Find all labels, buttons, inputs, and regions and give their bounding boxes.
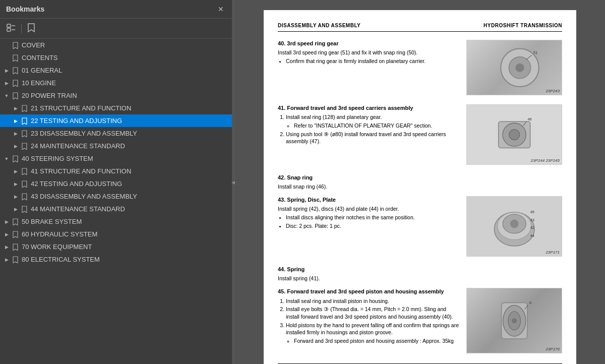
bookmarks-panel-title: Bookmarks bbox=[6, 5, 44, 13]
bookmark-ribbon-23-disassembly bbox=[20, 130, 28, 137]
section-44-title: 44. Spring bbox=[278, 266, 562, 273]
bookmark-item-21-structure[interactable]: ▶ 21 STRUCTURE AND FUNCTION bbox=[0, 102, 232, 114]
section-44-text: 44. Spring Install spring (41). bbox=[278, 266, 562, 284]
bookmark-label-70-work-equipment: 70 WORK EQUIPMENT bbox=[22, 243, 92, 251]
svg-text:46: 46 bbox=[527, 117, 531, 122]
section-40-text: 40. 3rd speed ring gear Install 3rd spee… bbox=[278, 40, 460, 95]
bookmark-item-42-testing[interactable]: ▶ 42 TESTING AND ADJUSTING bbox=[0, 177, 232, 190]
section-42-title: 42. Snap ring bbox=[278, 174, 562, 181]
bookmarks-header: Bookmarks ✕ bbox=[0, 0, 232, 19]
bookmark-ribbon-41-structure bbox=[20, 168, 28, 175]
toggle-icon-70-work-equipment: ▶ bbox=[2, 245, 11, 250]
bookmark-item-contents[interactable]: CONTENTS bbox=[0, 51, 232, 64]
bookmark-item-44-maintenance[interactable]: ▶ 44 MAINTENANCE STANDARD bbox=[0, 203, 232, 215]
doc-section-41: 41. Forward travel and 3rd speed carrier… bbox=[278, 104, 562, 165]
img-label-43: 23P171 bbox=[546, 250, 560, 255]
doc-section-44: 44. Spring Install spring (41). bbox=[278, 266, 562, 284]
close-icon: ✕ bbox=[218, 5, 224, 13]
section-44-body: Install spring (41). bbox=[278, 275, 562, 282]
toggle-icon-42-testing: ▶ bbox=[11, 181, 20, 187]
bookmark-item-43-disassembly[interactable]: ▶ 43 DISASSEMBLY AND ASSEMBLY bbox=[0, 190, 232, 203]
header-left-text: DISASSEMBLY AND ASSEMBLY bbox=[278, 22, 360, 29]
section-43-text: 43. Spring, Disc, Plate Install spring (… bbox=[278, 196, 460, 257]
bookmark-ribbon-24-maintenance bbox=[20, 143, 28, 150]
svg-text:45: 45 bbox=[530, 210, 534, 214]
bookmark-item-01-general[interactable]: ▶ 01 GENERAL bbox=[0, 64, 232, 77]
bookmark-ribbon-50-brake bbox=[11, 218, 19, 225]
toggle-icon-22-testing: ▶ bbox=[11, 118, 20, 124]
toggle-icon-24-maintenance: ▶ bbox=[11, 144, 20, 149]
toggle-icon-40-steering: ▼ bbox=[2, 156, 11, 161]
section-43-title: 43. Spring, Disc, Plate bbox=[278, 196, 460, 204]
bookmark-ribbon-42-testing bbox=[20, 180, 28, 188]
section-45-image: ① 23P170 bbox=[466, 288, 562, 353]
bookmark-label-43-disassembly: 43 DISASSEMBLY AND ASSEMBLY bbox=[31, 193, 137, 200]
page-content: DISASSEMBLY AND ASSEMBLY HYDROSHIFT TRAN… bbox=[264, 10, 576, 364]
bookmarks-toolbar bbox=[0, 19, 232, 39]
section-41-body: Install seal ring (128) and planetary ge… bbox=[278, 113, 460, 145]
svg-text:42: 42 bbox=[530, 225, 534, 230]
toggle-icon-43-disassembly: ▶ bbox=[11, 194, 20, 199]
bookmark-item-70-work-equipment[interactable]: ▶ 70 WORK EQUIPMENT bbox=[0, 240, 232, 253]
section-43-body: Install spring (42), discs (43) and plat… bbox=[278, 205, 460, 229]
bookmark-item-20-power-train[interactable]: ▼ 20 POWER TRAIN bbox=[0, 89, 232, 102]
toggle-icon-10-engine: ▶ bbox=[2, 81, 11, 86]
toggle-icon-60-hydraulic: ▶ bbox=[2, 232, 11, 237]
bookmark-item-cover[interactable]: COVER bbox=[0, 39, 232, 51]
svg-point-11 bbox=[509, 130, 520, 140]
bookmark-ribbon-40-steering bbox=[11, 155, 19, 162]
bookmark-item-40-steering[interactable]: ▼ 40 STEERING SYSTEM bbox=[0, 152, 232, 165]
bookmark-ribbon-20-power-train bbox=[11, 92, 19, 99]
toggle-icon-23-disassembly: ▶ bbox=[11, 131, 20, 136]
toggle-icon-80-electrical: ▶ bbox=[2, 257, 11, 262]
toggle-icon-50-brake: ▶ bbox=[2, 219, 11, 224]
bookmark-item-80-electrical[interactable]: ▶ 80 ELECTRICAL SYSTEM bbox=[0, 253, 232, 266]
section-41-text: 41. Forward travel and 3rd speed carrier… bbox=[278, 104, 460, 165]
bookmark-item-24-maintenance[interactable]: ▶ 24 MAINTENANCE STANDARD bbox=[0, 140, 232, 152]
svg-point-6 bbox=[515, 63, 524, 72]
bookmark-item-23-disassembly[interactable]: ▶ 23 DISASSEMBLY AND ASSEMBLY bbox=[0, 127, 232, 140]
bookmark-ribbon-22-testing bbox=[20, 117, 28, 125]
section-45-title: 45. Forward travel and 3rd speed piston … bbox=[278, 288, 460, 295]
svg-rect-1 bbox=[7, 28, 11, 31]
document-panel: DISASSEMBLY AND ASSEMBLY HYDROSHIFT TRAN… bbox=[235, 0, 605, 364]
section-41-image: 46 23P244 23P245 bbox=[466, 104, 562, 165]
svg-point-25 bbox=[512, 318, 517, 323]
bookmark-item-22-testing[interactable]: ▶ 22 TESTING AND ADJUSTING bbox=[0, 114, 232, 127]
img-label-40: 23P243 bbox=[546, 88, 560, 94]
bookmark-label-40-steering: 40 STEERING SYSTEM bbox=[22, 155, 93, 162]
page-header: DISASSEMBLY AND ASSEMBLY HYDROSHIFT TRAN… bbox=[278, 22, 562, 32]
doc-section-42: 42. Snap ring Install snap ring (46). bbox=[278, 174, 562, 192]
section-40-body: Install 3rd speed ring gear (51) and fix… bbox=[278, 49, 460, 65]
bookmarks-list: COVER CONTENTS▶ 01 GENERAL▶ 10 ENGINE▼ 2… bbox=[0, 39, 232, 364]
bookmark-item-60-hydraulic[interactable]: ▶ 60 HYDRAULIC SYSTEM bbox=[0, 228, 232, 240]
bookmark-ribbon-21-structure bbox=[20, 105, 28, 112]
bookmark-label-42-testing: 42 TESTING AND ADJUSTING bbox=[31, 180, 122, 188]
bookmark-ribbon-contents bbox=[11, 54, 19, 62]
bookmark-label-80-electrical: 80 ELECTRICAL SYSTEM bbox=[22, 256, 100, 263]
section-42-body: Install snap ring (46). bbox=[278, 183, 562, 191]
bookmark-ribbon-01-general bbox=[11, 67, 19, 74]
bookmark-item-41-structure[interactable]: ▶ 41 STRUCTURE AND FUNCTION bbox=[0, 165, 232, 177]
bookmark-label-21-structure: 21 STRUCTURE AND FUNCTION bbox=[31, 104, 131, 112]
bookmark-ribbon-80-electrical bbox=[11, 256, 19, 263]
img-label-41: 23P244 23P245 bbox=[531, 158, 560, 163]
doc-section-45: 45. Forward travel and 3rd speed piston … bbox=[278, 288, 562, 353]
bookmark-item-50-brake[interactable]: ▶ 50 BRAKE SYSTEM bbox=[0, 215, 232, 228]
expand-all-button[interactable] bbox=[4, 22, 18, 35]
bookmark-label-50-brake: 50 BRAKE SYSTEM bbox=[22, 218, 82, 225]
bookmark-item-10-engine[interactable]: ▶ 10 ENGINE bbox=[0, 77, 232, 89]
toggle-icon-41-structure: ▶ bbox=[11, 169, 20, 174]
bookmark-label-24-maintenance: 24 MAINTENANCE STANDARD bbox=[31, 142, 125, 150]
section-40-image: 51 23P243 bbox=[466, 40, 562, 95]
svg-point-17 bbox=[510, 219, 519, 228]
bookmark-label-22-testing: 22 TESTING AND ADJUSTING bbox=[31, 117, 122, 125]
bookmark-ribbon-43-disassembly bbox=[20, 193, 28, 200]
close-button[interactable]: ✕ bbox=[216, 4, 226, 14]
toggle-icon-20-power-train: ▼ bbox=[2, 93, 11, 98]
bookmark-ribbon-cover bbox=[11, 42, 19, 49]
bookmark-label-01-general: 01 GENERAL bbox=[22, 67, 62, 74]
svg-rect-0 bbox=[7, 24, 11, 27]
bookmark-label-cover: COVER bbox=[22, 41, 45, 49]
bookmark-view-button[interactable] bbox=[25, 22, 38, 35]
